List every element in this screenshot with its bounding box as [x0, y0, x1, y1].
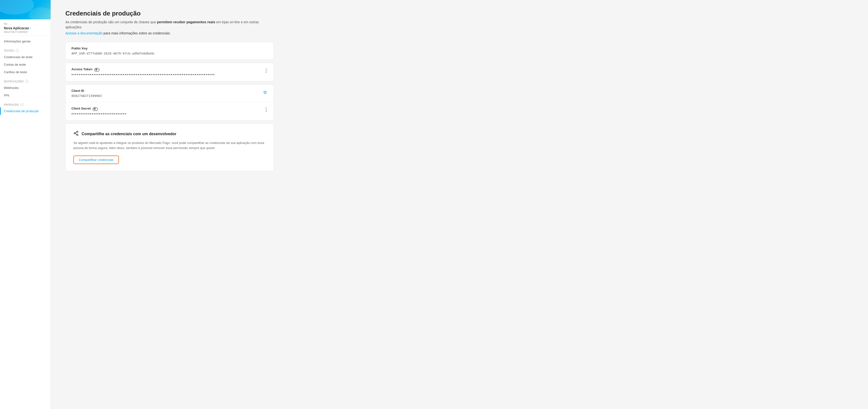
client-secret-row: Client Secret ••••••••••••••••••••••••••…	[66, 102, 273, 120]
producao-info-icon[interactable]: i	[20, 103, 24, 106]
share-card-header: Compartilhe as credenciais com um desenv…	[73, 130, 266, 137]
sidebar: No Nova Aplicacao › 8502748271399983 Inf…	[0, 0, 51, 409]
page-description: As credenciais de produção são um conjun…	[65, 20, 274, 30]
share-card: Compartilhe as credenciais com um desenv…	[65, 123, 274, 171]
client-secret-eye-icon[interactable]	[93, 107, 97, 110]
app-label: No	[4, 22, 47, 25]
app-info: No Nova Aplicacao › 8502748271399983	[0, 19, 51, 36]
doc-link[interactable]: Acesse a documentação	[65, 31, 102, 35]
sidebar-item-credenciais-teste[interactable]: Credenciais de teste	[0, 53, 51, 61]
main-content: Credenciais de produção As credenciais d…	[51, 0, 868, 409]
sidebar-section-label-producao: PRODUÇÃO i	[0, 101, 51, 107]
client-secret-more-icon[interactable]	[265, 107, 268, 113]
app-name-link[interactable]: Nova Aplicacao ›	[4, 26, 47, 30]
app-id: 8502748271399983	[4, 31, 47, 33]
sidebar-section-label-notificacoes: NOTIFICAÇÕES i	[0, 78, 51, 84]
client-secret-label: Client Secret	[71, 107, 265, 110]
public-key-label: Public Key	[71, 47, 268, 50]
share-icon	[73, 130, 79, 137]
client-id-copy-icon[interactable]: ⧉	[262, 89, 268, 96]
client-secret-value: ••••••••••••••••••••••••••••••	[71, 112, 265, 116]
client-id-row: Client ID 8502748271399983 ⧉	[66, 85, 273, 102]
sidebar-item-credenciais-producao[interactable]: Credenciais de produção	[0, 107, 51, 115]
sidebar-item-general-info[interactable]: Informações gerais	[0, 37, 51, 45]
sidebar-section-producao: PRODUÇÃO i Credenciais de produção	[0, 101, 51, 115]
sidebar-section-label-testes: TESTES i	[0, 47, 51, 53]
access-token-more-icon[interactable]	[265, 67, 268, 74]
sidebar-item-cartoes-teste[interactable]: Cartões de teste	[0, 68, 51, 76]
sidebar-section-notificacoes: NOTIFICAÇÕES i Webhooks IPN	[0, 78, 51, 99]
sidebar-section-testes: TESTES i Credenciais de teste Contas de …	[0, 47, 51, 76]
svg-line-3	[75, 134, 77, 135]
app-name-text: Nova Aplicacao	[4, 26, 29, 30]
doc-link-paragraph: Acesse a documentação para mais informaç…	[65, 31, 854, 35]
client-id-value: 8502748271399983	[71, 94, 262, 98]
share-credentials-button[interactable]: Compartilhar credenciais	[73, 155, 119, 164]
share-card-title: Compartilhe as credenciais com um desenv…	[82, 132, 176, 136]
share-card-description: Se alguém está te ajudando a integrar os…	[73, 141, 266, 151]
access-token-content: Access Token •••••••••••••••••••••••••••…	[71, 67, 265, 77]
testes-info-icon[interactable]: i	[16, 49, 19, 52]
access-token-row: Access Token •••••••••••••••••••••••••••…	[66, 63, 273, 81]
public-key-row: Public Key APP_USR-d77feb08-2629-4679-97…	[66, 42, 273, 60]
access-token-label: Access Token	[71, 67, 265, 71]
client-id-content: Client ID 8502748271399983	[71, 89, 262, 98]
access-token-eye-icon[interactable]	[94, 68, 99, 71]
svg-line-4	[75, 132, 77, 133]
page-title: Credenciais de produção	[65, 10, 854, 17]
public-key-card: Public Key APP_USR-d77feb08-2629-4679-97…	[65, 42, 274, 60]
chevron-right-icon: ›	[30, 26, 31, 30]
sidebar-nav: Informações gerais TESTES i Credenciais …	[0, 36, 51, 409]
client-secret-content: Client Secret ••••••••••••••••••••••••••…	[71, 107, 265, 116]
client-id-label: Client ID	[71, 89, 262, 93]
access-token-value: ••••••••••••••••••••••••••••••••••••••••…	[71, 72, 265, 77]
client-credentials-card: Client ID 8502748271399983 ⧉ Client Secr…	[65, 84, 274, 121]
public-key-value: APP_USR-d77feb08-2629-4679-97cb-ad9d7e6d…	[71, 52, 268, 55]
sidebar-item-contas-teste[interactable]: Contas de teste	[0, 61, 51, 68]
access-token-card: Access Token •••••••••••••••••••••••••••…	[65, 63, 274, 81]
sidebar-item-webhooks[interactable]: Webhooks	[0, 84, 51, 92]
notificacoes-info-icon[interactable]: i	[25, 80, 29, 83]
sidebar-header	[0, 0, 51, 19]
sidebar-item-ipn[interactable]: IPN	[0, 92, 51, 99]
